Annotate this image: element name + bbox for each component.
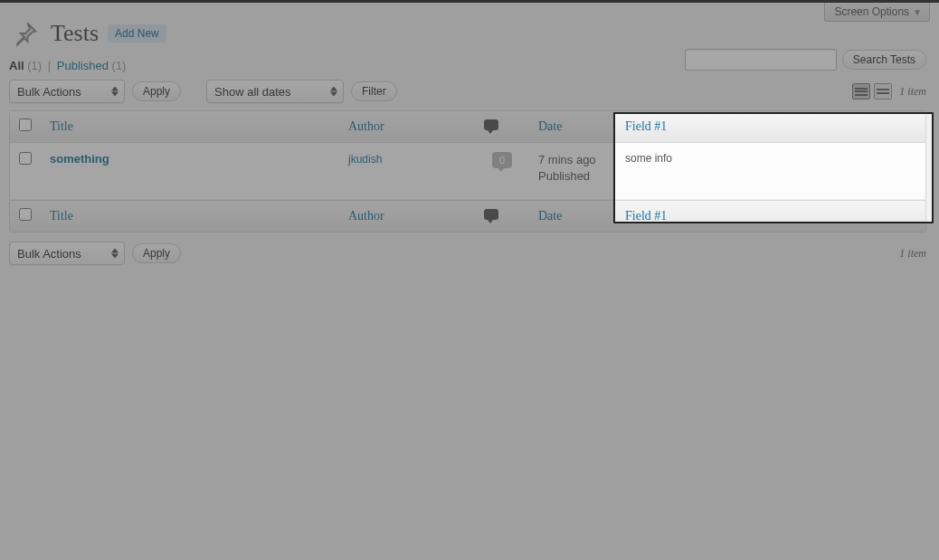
column-field1-header: Field #1 <box>616 111 925 143</box>
comment-icon <box>484 209 498 220</box>
post-date: 7 mins ago Published <box>529 143 616 200</box>
row-checkbox[interactable] <box>19 152 32 165</box>
screen-options-toggle[interactable]: Screen Options ▼ <box>824 3 930 22</box>
dim-overlay <box>0 223 939 560</box>
post-author-link[interactable]: jkudish <box>348 153 382 166</box>
comment-icon <box>484 119 498 130</box>
filter-button[interactable]: Filter <box>351 81 397 101</box>
view-excerpt-icon[interactable] <box>874 83 892 100</box>
column-author-footer[interactable]: Author <box>339 200 475 232</box>
search-input[interactable] <box>685 49 837 71</box>
screen-options-label: Screen Options <box>834 5 909 18</box>
select-all-top[interactable] <box>19 119 32 131</box>
date-filter-select[interactable]: Show all dates <box>206 80 344 103</box>
select-all-bottom[interactable] <box>19 208 32 221</box>
chevron-down-icon: ▼ <box>913 7 922 17</box>
column-author-header[interactable]: Author <box>339 111 475 143</box>
bulk-actions-select-bottom[interactable]: Bulk Actions <box>9 242 125 265</box>
bulk-actions-select[interactable]: Bulk Actions <box>9 80 125 103</box>
filter-published[interactable]: Published <box>57 59 109 72</box>
column-comments-header[interactable] <box>475 111 529 143</box>
column-comments-footer[interactable] <box>475 200 529 232</box>
column-date-footer[interactable]: Date <box>529 200 616 232</box>
filter-all[interactable]: All <box>9 59 24 72</box>
post-title-link[interactable]: something <box>50 152 109 166</box>
page-heading: Tests Add New <box>9 17 926 50</box>
column-date-header[interactable]: Date <box>529 111 616 143</box>
column-title-footer[interactable]: Title <box>41 200 339 232</box>
add-new-button[interactable]: Add New <box>108 24 166 43</box>
view-list-icon[interactable] <box>852 83 870 100</box>
pushpin-icon <box>9 17 42 50</box>
comment-count-bubble[interactable]: 0 <box>492 152 512 168</box>
item-count-bottom: 1 item <box>899 247 926 261</box>
apply-button-top[interactable]: Apply <box>132 81 181 101</box>
page-title: Tests <box>51 20 99 47</box>
search-button[interactable]: Search Tests <box>842 50 926 70</box>
table-row: something jkudish 0 7 mins ago Published… <box>10 143 925 200</box>
item-count-top: 1 item <box>899 85 926 99</box>
filter-published-count: (1) <box>112 59 127 72</box>
column-title-header[interactable]: Title <box>41 111 339 143</box>
apply-button-bottom[interactable]: Apply <box>132 243 181 263</box>
posts-table: Title Author Date Field #1 something jku… <box>9 110 926 233</box>
post-field1-value: some info <box>616 143 925 200</box>
filter-all-count: (1) <box>27 59 42 72</box>
column-field1-footer: Field #1 <box>616 200 925 232</box>
